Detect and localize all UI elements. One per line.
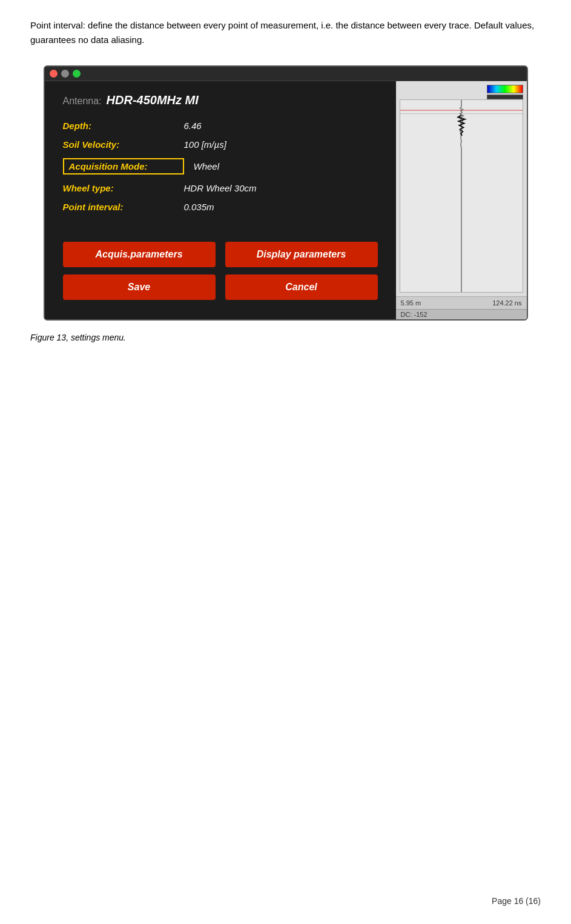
- antenna-row: Antenna: HDR-450MHz MI: [63, 93, 378, 107]
- point-interval-row: Point interval: 0.035m: [63, 202, 378, 212]
- window-content: Antenna: HDR-450MHz MI Depth: 6.46 Soil …: [45, 81, 527, 319]
- wheel-type-label: Wheel type:: [63, 183, 184, 193]
- depth-row: Depth: 6.46: [63, 121, 378, 131]
- acquisition-mode-label: Acquisition Mode:: [63, 158, 184, 174]
- acquisition-mode-row: Acquisition Mode: Wheel: [63, 158, 378, 174]
- soil-velocity-label: Soil Velocity:: [63, 139, 184, 150]
- antenna-label: Antenna:: [63, 96, 102, 107]
- colorbar: [487, 85, 523, 93]
- distance-value: 5.95 m: [401, 299, 421, 307]
- point-interval-label: Point interval:: [63, 202, 184, 212]
- intro-paragraph: Point interval: define the distance betw…: [30, 18, 541, 47]
- minimize-button[interactable]: [61, 70, 69, 78]
- app-window: Antenna: HDR-450MHz MI Depth: 6.46 Soil …: [44, 65, 528, 321]
- acquis-parameters-button[interactable]: Acquis.parameters: [63, 242, 216, 267]
- depth-label: Depth:: [63, 121, 184, 131]
- soil-velocity-value: 100 [m/µs]: [184, 139, 226, 150]
- dc-info: DC: -152: [396, 309, 527, 319]
- save-button[interactable]: Save: [63, 274, 216, 300]
- cancel-button[interactable]: Cancel: [225, 274, 378, 300]
- colorbar-container: [487, 85, 523, 99]
- radar-trace-svg: [400, 100, 523, 292]
- figure-caption: Figure 13, settings menu.: [30, 333, 541, 342]
- wheel-type-value: HDR Wheel 30cm: [184, 183, 257, 193]
- page-number: Page 16 (16): [492, 896, 541, 906]
- time-value: 124.22 ns: [492, 299, 521, 307]
- title-bar: [45, 67, 527, 81]
- dc-value: DC: -152: [401, 311, 427, 318]
- soil-velocity-row: Soil Velocity: 100 [m/µs]: [63, 139, 378, 150]
- display-parameters-button[interactable]: Display parameters: [225, 242, 378, 267]
- antenna-value: HDR-450MHz MI: [107, 93, 199, 107]
- radar-display: [400, 99, 523, 293]
- figure-container: Antenna: HDR-450MHz MI Depth: 6.46 Soil …: [30, 65, 541, 321]
- colorbar-scale: [487, 95, 523, 99]
- close-button[interactable]: [50, 70, 58, 78]
- point-interval-value: 0.035m: [184, 202, 214, 212]
- wheel-type-row: Wheel type: HDR Wheel 30cm: [63, 183, 378, 193]
- right-panel: 5.95 m 124.22 ns DC: -152: [396, 81, 527, 319]
- left-panel: Antenna: HDR-450MHz MI Depth: 6.46 Soil …: [45, 81, 396, 319]
- maximize-button[interactable]: [73, 70, 81, 78]
- bottom-info: 5.95 m 124.22 ns: [396, 296, 527, 309]
- depth-value: 6.46: [184, 121, 202, 131]
- button-row-2: Save Cancel: [63, 274, 378, 300]
- acquisition-mode-value: Wheel: [194, 161, 220, 171]
- button-row-1: Acquis.parameters Display parameters: [63, 242, 378, 267]
